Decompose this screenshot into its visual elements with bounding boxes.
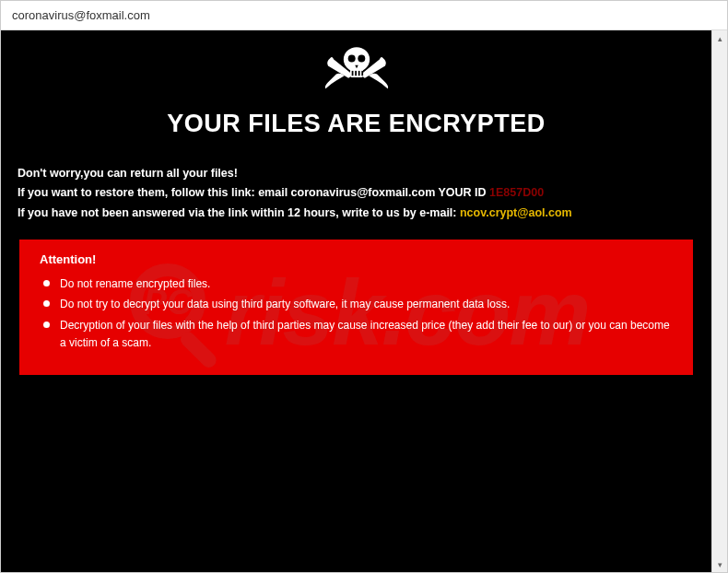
skull-icon <box>18 41 695 102</box>
contact-email-primary: coronavirus@foxmail.com <box>291 186 436 199</box>
headline: YOUR FILES ARE ENCRYPTED <box>18 110 695 138</box>
intro-line2-pre: If you want to restore them, follow this… <box>18 186 258 199</box>
id-label: YOUR ID <box>435 186 489 199</box>
intro-block: Don't worry,you can return all your file… <box>18 164 695 223</box>
svg-rect-9 <box>358 71 359 76</box>
contact-email-secondary: ncov.crypt@aol.com <box>460 206 572 219</box>
window-title: coronavirus@foxmail.com <box>12 8 150 22</box>
window-titlebar[interactable]: coronavirus@foxmail.com <box>1 1 727 30</box>
ransom-content: PC risk.com <box>1 30 711 572</box>
vertical-scrollbar[interactable]: ▴ ▾ <box>711 30 727 572</box>
email-label: email <box>258 186 290 199</box>
list-item: Do not try to decrypt your data using th… <box>40 296 673 313</box>
attention-box: Attention! Do not rename encrypted files… <box>19 240 693 375</box>
intro-line2: If you want to restore them, follow this… <box>18 183 695 203</box>
ransom-window: coronavirus@foxmail.com PC risk.com <box>0 0 728 573</box>
scroll-down-icon[interactable]: ▾ <box>712 556 728 572</box>
list-item: Decryption of your files with the help o… <box>40 317 673 351</box>
scroll-up-icon[interactable]: ▴ <box>712 30 728 46</box>
svg-point-5 <box>347 55 355 63</box>
svg-rect-8 <box>355 71 357 76</box>
intro-line3: If you have not been answered via the li… <box>18 204 695 223</box>
svg-rect-10 <box>361 71 363 76</box>
list-item: Do not rename encrypted files. <box>40 275 673 293</box>
intro-line3-pre: If you have not been answered via the li… <box>18 206 460 219</box>
svg-rect-7 <box>351 71 353 76</box>
intro-line1: Don't worry,you can return all your file… <box>18 164 695 183</box>
attention-title: Attention! <box>40 252 673 266</box>
svg-point-6 <box>358 55 365 63</box>
content-wrapper: PC risk.com <box>1 30 727 572</box>
victim-id: 1E857D00 <box>489 186 544 199</box>
attention-list: Do not rename encrypted files. Do not tr… <box>40 275 673 351</box>
